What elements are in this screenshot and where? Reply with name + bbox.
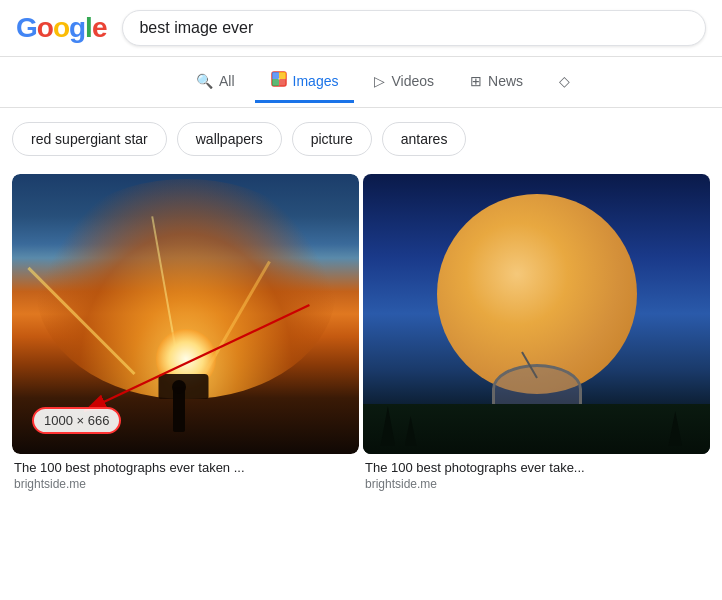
svg-rect-3	[272, 79, 279, 86]
tab-all[interactable]: 🔍 All	[180, 63, 251, 102]
tab-all-label: All	[219, 73, 235, 89]
caption-source-1: brightside.me	[14, 477, 357, 491]
image-card-2[interactable]: The 100 best photographs ever take... br…	[363, 174, 710, 491]
chip-antares[interactable]: antares	[382, 122, 467, 156]
image-thumb-2[interactable]	[363, 174, 710, 454]
caption-title-1: The 100 best photographs ever taken ...	[14, 460, 357, 475]
tab-news[interactable]: ⊞ News	[454, 63, 539, 102]
dimension-badge: 1000 × 666	[32, 407, 121, 434]
image-caption-1: The 100 best photographs ever taken ... …	[12, 460, 359, 491]
svg-rect-1	[272, 72, 279, 79]
logo-g: G	[16, 12, 37, 44]
chip-label-2: wallpapers	[196, 131, 263, 147]
image-card-1[interactable]: 1000 × 666 The 100 best photographs ever…	[12, 174, 359, 491]
caption-title-2: The 100 best photographs ever take...	[365, 460, 708, 475]
tab-images[interactable]: Images	[255, 61, 355, 103]
tab-videos[interactable]: ▷ Videos	[358, 63, 450, 102]
header: Google best image ever	[0, 0, 722, 57]
search-value: best image ever	[139, 19, 253, 37]
chip-label-3: picture	[311, 131, 353, 147]
chip-wallpapers[interactable]: wallpapers	[177, 122, 282, 156]
more-icon: ◇	[559, 73, 570, 89]
logo-o1: o	[37, 12, 53, 44]
image-thumb-1[interactable]: 1000 × 666	[12, 174, 359, 454]
logo-o2: o	[53, 12, 69, 44]
nav-tabs: 🔍 All Images ▷ Videos ⊞ News ◇	[0, 57, 722, 108]
image-grid: 1000 × 666 The 100 best photographs ever…	[0, 170, 722, 495]
dimension-text: 1000 × 666	[44, 413, 109, 428]
logo-l: l	[85, 12, 92, 44]
chip-label-4: antares	[401, 131, 448, 147]
logo-e: e	[92, 12, 107, 44]
tab-videos-label: Videos	[391, 73, 434, 89]
image-caption-2: The 100 best photographs ever take... br…	[363, 460, 710, 491]
chip-picture[interactable]: picture	[292, 122, 372, 156]
tab-more[interactable]: ◇	[543, 63, 586, 102]
svg-rect-2	[279, 72, 286, 79]
google-logo: Google	[16, 12, 106, 44]
logo-g2: g	[69, 12, 85, 44]
search-bar[interactable]: best image ever	[122, 10, 706, 46]
tab-news-label: News	[488, 73, 523, 89]
svg-rect-4	[279, 79, 286, 86]
suggestions-row: red supergiant star wallpapers picture a…	[0, 108, 722, 170]
tab-images-label: Images	[293, 73, 339, 89]
chip-label-1: red supergiant star	[31, 131, 148, 147]
caption-source-2: brightside.me	[365, 477, 708, 491]
chip-red-supergiant[interactable]: red supergiant star	[12, 122, 167, 156]
search-icon: 🔍	[196, 73, 213, 89]
news-icon: ⊞	[470, 73, 482, 89]
images-icon	[271, 71, 287, 90]
videos-icon: ▷	[374, 73, 385, 89]
